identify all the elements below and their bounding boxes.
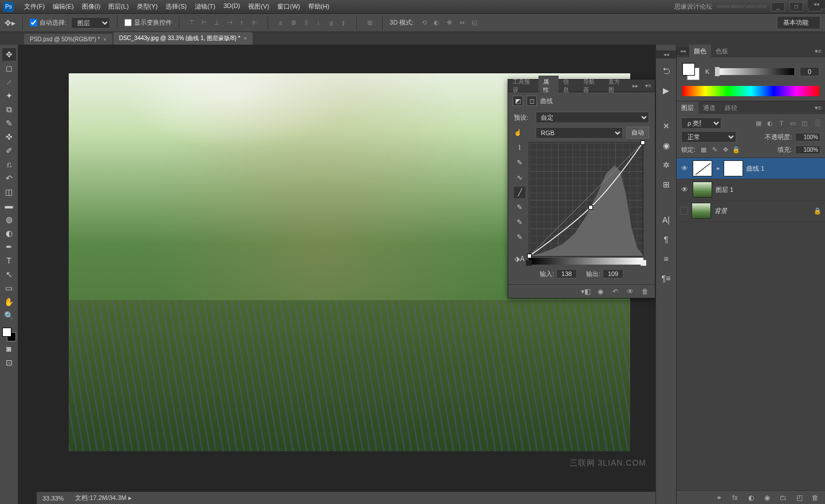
black-slider[interactable]	[526, 260, 532, 266]
eyedropper-gray-icon[interactable]: ✎	[514, 216, 525, 228]
eraser-tool[interactable]: ◫	[2, 186, 16, 198]
auto-button[interactable]: 自动	[626, 127, 649, 139]
delete-adjustment-icon[interactable]: 🗑	[640, 286, 650, 297]
zoom-tool[interactable]: 🔍	[2, 309, 16, 322]
type-tool[interactable]: T	[2, 254, 16, 267]
dist-3-icon[interactable]: ⫴	[300, 17, 312, 29]
link-layers-icon[interactable]: ⚭	[714, 493, 724, 503]
layers-menu-icon[interactable]: ▾≡	[811, 104, 825, 112]
gradient-tool[interactable]: ▬	[2, 199, 16, 212]
brush-settings-icon[interactable]: ◉	[659, 139, 673, 152]
color-menu-icon[interactable]: ▾≡	[811, 48, 825, 55]
panel-collapse-icon[interactable]: ▸▸	[629, 82, 642, 89]
k-value[interactable]	[800, 67, 819, 76]
toggle-visibility-icon[interactable]: 👁	[625, 286, 635, 297]
dodge-tool[interactable]: ◐	[2, 227, 16, 239]
curve-line-icon[interactable]: ╱	[514, 187, 525, 198]
new-adjustment-icon[interactable]: ◉	[762, 493, 772, 503]
layer-filter-kind[interactable]: ρ 类型	[681, 117, 721, 129]
eyedropper-tool[interactable]: ✎	[2, 117, 16, 129]
eyedropper-white-icon[interactable]: ✎	[514, 231, 525, 243]
add-mask-icon[interactable]: ◐	[746, 493, 756, 503]
preset-select[interactable]: 自定	[536, 112, 649, 123]
healing-brush-tool[interactable]: ✜	[2, 131, 16, 143]
3d-pan-icon[interactable]: ✥	[443, 17, 455, 29]
minimize-button[interactable]: _	[771, 2, 785, 11]
curve-point-mid[interactable]	[588, 205, 593, 210]
color-swatches[interactable]	[2, 328, 16, 341]
hand-tool[interactable]: ✋	[2, 296, 16, 308]
menu-filter[interactable]: 滤镜(T)	[191, 1, 219, 13]
menu-edit[interactable]: 编辑(E)	[49, 1, 77, 13]
foreground-color-swatch[interactable]	[2, 328, 11, 337]
curve-point-highlight[interactable]	[641, 140, 645, 145]
output-field[interactable]	[603, 269, 623, 278]
cp-fg-swatch[interactable]	[682, 63, 695, 76]
menu-3d[interactable]: 3D(D)	[220, 1, 243, 13]
brush-presets-icon[interactable]: ✕	[659, 119, 673, 133]
menu-window[interactable]: 窗口(W)	[274, 1, 304, 13]
eyedropper-black-icon[interactable]: ✎	[514, 202, 525, 213]
layer-name[interactable]: 背景	[714, 207, 727, 215]
menu-view[interactable]: 视图(V)	[245, 1, 273, 13]
curves-mask-icon[interactable]: ◻	[527, 96, 537, 106]
clone-stamp-tool[interactable]: ⎌	[2, 158, 16, 171]
adjustment-thumb[interactable]	[693, 160, 712, 176]
clip-preview-icon[interactable]: ⬗A	[514, 253, 525, 265]
lock-pixels-icon[interactable]: ✎	[710, 145, 719, 154]
auto-select-checkbox[interactable]: 自动选择:	[30, 18, 66, 27]
layer-name[interactable]: 曲线 1	[747, 164, 764, 173]
actions-icon[interactable]: ▶	[659, 84, 673, 97]
align-left-icon[interactable]: ⊣	[224, 17, 235, 29]
align-vcenter-icon[interactable]: ⊢	[199, 17, 210, 29]
new-group-icon[interactable]: 🗀	[778, 493, 788, 503]
paragraph-icon[interactable]: ¶	[659, 233, 673, 246]
curve-edit-point-icon[interactable]: ⌇	[514, 142, 525, 153]
collapse-toggle[interactable]: ◂◂	[808, 0, 825, 8]
color-collapse-icon[interactable]: ◂◂	[677, 47, 689, 55]
delete-layer-icon[interactable]: 🗑	[810, 493, 820, 503]
maximize-button[interactable]: □	[789, 2, 803, 11]
cp-swatches[interactable]	[682, 63, 700, 80]
3d-scale-icon[interactable]: ◱	[469, 17, 480, 29]
align-hcenter-icon[interactable]: ⊦	[237, 17, 248, 29]
strip-collapse-icon[interactable]: ◂◂	[656, 50, 676, 58]
lasso-tool[interactable]: ⟋	[2, 76, 16, 88]
tab-paths[interactable]: 路径	[720, 101, 742, 115]
close-icon[interactable]: ×	[103, 37, 106, 42]
panel-menu-icon[interactable]: ▾≡	[642, 82, 655, 89]
layer-style-icon[interactable]: fx	[730, 493, 740, 503]
styles-icon[interactable]: ⊞	[659, 178, 673, 191]
channel-select[interactable]: RGB	[536, 127, 623, 139]
tab-info[interactable]: 信息	[559, 76, 579, 96]
filter-shape-icon[interactable]: ▭	[788, 119, 798, 128]
visibility-icon[interactable]	[680, 207, 688, 215]
link-icon[interactable]: ⚭	[716, 166, 720, 172]
auto-select-target[interactable]: 图层	[71, 17, 110, 29]
lock-all-icon[interactable]: 🔒	[732, 145, 741, 154]
lock-position-icon[interactable]: ✥	[721, 145, 730, 154]
input-gradient[interactable]	[529, 258, 643, 265]
blur-tool[interactable]: ◍	[2, 213, 16, 226]
magic-wand-tool[interactable]: ✦	[2, 89, 16, 102]
dist-6-icon[interactable]: ⫿	[338, 17, 349, 29]
menu-help[interactable]: 帮助(H)	[305, 1, 333, 13]
previous-state-icon[interactable]: ◉	[595, 286, 606, 297]
curve-draw-icon[interactable]: ✎	[514, 157, 525, 168]
3d-orbit-icon[interactable]: ⟲	[418, 17, 430, 29]
dist-5-icon[interactable]: ⫼	[325, 17, 337, 29]
close-icon[interactable]: ×	[243, 36, 246, 41]
clone-source-icon[interactable]: ✲	[659, 158, 673, 172]
white-slider[interactable]	[641, 260, 646, 266]
screen-mode-tool[interactable]: ⊡	[2, 356, 16, 369]
history-icon[interactable]: ⮌	[659, 64, 673, 78]
filter-smart-icon[interactable]: ◫	[800, 119, 809, 128]
visibility-icon[interactable]: 👁	[680, 164, 689, 172]
align-bottom-icon[interactable]: ⊥	[211, 17, 223, 29]
pen-tool[interactable]: ✒	[2, 241, 16, 253]
layer-thumb[interactable]	[693, 182, 712, 198]
tab-layers[interactable]: 图层	[677, 101, 698, 115]
filter-adjust-icon[interactable]: ◐	[765, 119, 775, 128]
layer-thumb[interactable]	[692, 203, 711, 219]
input-field[interactable]	[556, 269, 577, 278]
